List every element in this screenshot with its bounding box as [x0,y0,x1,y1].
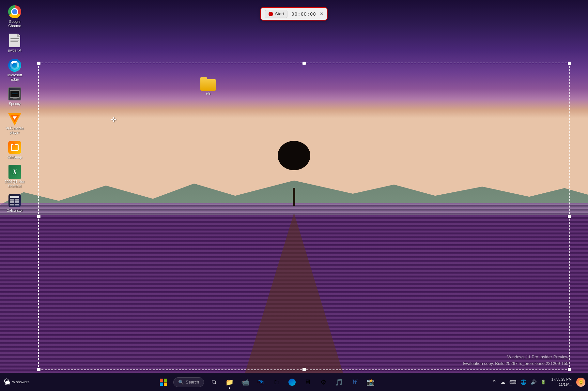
tray-volume-icon[interactable]: 🔊 [530,378,538,386]
tray-clock[interactable]: 17:35:25 PM 11/19/... [549,377,574,387]
tray-network-icon[interactable]: 🌐 [519,378,528,386]
center-path [245,213,343,373]
taskbar-search-button[interactable]: 🔍 Search [173,377,204,387]
tray-overflow-button[interactable]: ^ [491,378,497,386]
file-manager-icon: 🗂 [273,378,280,386]
desktop-icon-winsnap[interactable]: WinSnap [2,139,28,161]
taskbar-task-view[interactable]: ⧉ [207,375,221,389]
move-cursor-indicator: ✛ [111,116,116,124]
clock-time: 17:35:25 PM [551,377,572,382]
taskbar-store[interactable]: 🛍 [254,375,268,389]
chrome-label: Google Chrome [3,20,26,28]
taskbar-remote-desktop[interactable]: 🖥 [301,375,315,389]
teams-icon: 📹 [241,378,249,386]
search-icon: 🔍 [178,380,184,385]
taskbar-file-explorer[interactable]: 📁 [222,375,237,389]
capture-timer: 00:00:00 [291,11,316,17]
edge-taskbar-icon [288,379,296,386]
taskbar-settings[interactable]: ⚙ [316,375,331,389]
desktop-folder-efs[interactable]: efs [200,78,216,95]
taskbar-spotify[interactable]: 🎵 [332,375,346,389]
store-icon: 🛍 [257,378,264,386]
speccy-label: Speccy [9,102,21,106]
taskbar-file-manager[interactable]: 🗂 [269,375,284,389]
capture-start-button[interactable]: Start [265,10,287,18]
tray-onedrive-icon[interactable]: ☁ [500,378,506,386]
weather-widget[interactable]: 🌦 w showers [0,378,46,386]
weather-icon: 🌦 [4,378,10,386]
calc-icon [8,193,22,208]
taskbar-edge[interactable] [285,375,299,389]
winsnap-label: WinSnap [8,155,22,159]
spotify-icon: 🎵 [335,378,343,386]
windows-watermark: Windows 11 Pro Insider Preview Evaluatio… [463,354,568,367]
excel-label: 2001Q1.xlsx Shortcut [3,180,26,188]
calc-label: Calculator [7,208,23,213]
vlc-icon [8,111,21,126]
desktop-icon-speccy[interactable]: Speccy [2,85,28,107]
avatar-icon: 😊 [578,380,584,385]
desktop-icon-edge[interactable]: Microsoft Edge [2,57,28,83]
weather-text: w showers [12,380,29,384]
excel-icon: X [8,165,22,179]
winsnap-icon [8,140,22,155]
watermark-line2: Evaluation copy. Build 25267.rs_prerelea… [463,360,568,367]
folder-label: efs [206,91,211,95]
tree-canopy [278,141,310,170]
desktop-background [0,0,588,391]
capture-close-button[interactable]: × [320,11,323,17]
chrome-icon [8,5,21,18]
tray-user-avatar[interactable]: 😊 [576,378,585,387]
desktop-icon-vlc[interactable]: VLC media player [2,110,28,136]
sky [0,0,588,211]
watermark-line1: Windows 11 Pro Insider Preview [463,354,568,360]
capture-toolbar: Start 00:00:00 × [260,7,328,21]
taskbar-winsnap[interactable]: 📸 [363,375,378,389]
tray-keyboard-icon[interactable]: ⌨ [508,378,518,386]
task-view-icon: ⧉ [212,379,216,385]
edge-label: Microsoft Edge [3,73,26,82]
file-explorer-icon: 📁 [225,378,234,386]
tree-trunk [293,188,295,206]
settings-icon: ⚙ [320,378,326,386]
desktop-icon-calculator[interactable]: Calculator [2,192,28,214]
chevron-up-icon: ^ [493,379,495,385]
folder-icon [200,78,216,91]
taskbar-center: 🔍 Search ⧉ 📁 📹 🛍 🗂 🖥 [46,375,488,389]
desktop-icons-container: Google Chrome pwds.txt Microsoft Edge [0,0,29,217]
file-icon [8,33,22,48]
system-tray: ^ ☁ ⌨ 🌐 🔊 🔋 17:35:25 PM 11/19/... 😊 [488,377,588,387]
taskbar-word[interactable]: W [348,375,362,389]
windows-logo-icon [160,379,167,386]
edge-icon [8,58,22,72]
tray-battery-icon[interactable]: 🔋 [540,379,547,385]
desktop-icon-pwds[interactable]: pwds.txt [2,32,28,54]
taskbar-teams[interactable]: 📹 [238,375,252,389]
search-label: Search [186,380,199,384]
taskbar: 🌦 w showers 🔍 Search ⧉ 📁 📹 [0,373,588,391]
desktop-icon-chrome[interactable]: Google Chrome [2,3,28,29]
pwds-label: pwds.txt [8,48,21,53]
clock-date: 11/19/... [551,382,572,387]
start-label: Start [275,11,284,16]
start-button[interactable] [156,375,171,389]
speccy-icon [8,87,22,101]
record-indicator [269,12,273,16]
vlc-label: VLC media player [3,126,26,135]
word-icon: W [352,379,357,385]
winsnap-tray-icon: 📸 [366,378,375,386]
desktop-icon-excel[interactable]: X 2001Q1.xlsx Shortcut [2,163,28,189]
remote-desktop-icon: 🖥 [304,378,311,386]
